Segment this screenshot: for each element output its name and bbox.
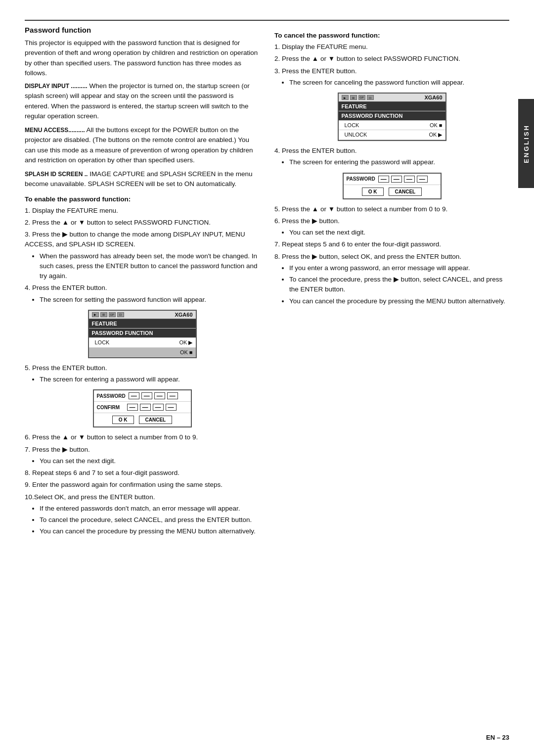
enable-step-7: 7. Press the ▶ button. You can set the n…: [25, 445, 260, 467]
enable-step-7-bullets: You can set the next digit.: [30, 456, 260, 466]
cancel-step-6-bullet-1: You can set the next digit.: [289, 228, 509, 237]
cancel-step-4: 4. Press the ENTER button. The screen fo…: [274, 146, 509, 168]
pwd-dash-c3: —: [153, 404, 164, 411]
pwd-buttons-1: O K CANCEL: [94, 413, 191, 426]
cancel-steps-list-1: 1. Display the FEATURE menu. 2. Press th…: [274, 42, 509, 88]
cancel-step-4-bullets: The screen for entering the password wil…: [279, 157, 509, 167]
enable-step-2: 2. Press the ▲ or ▼ button to select PAS…: [25, 218, 260, 228]
enable-steps-list-3: 6. Press the ▲ or ▼ button to select a n…: [25, 432, 260, 536]
enable-step-3-bullets: When the password has already been set, …: [30, 251, 260, 282]
enable-step-10: 10.Select OK, and press the ENTER button…: [25, 492, 260, 537]
page-footer: EN – 23: [486, 734, 509, 741]
content-columns: Password function This projector is equi…: [25, 26, 509, 540]
enable-step-1: 1. Display the FEATURE menu.: [25, 206, 260, 216]
side-tab-label: ENGLISH: [523, 124, 530, 163]
pwd-dash-2: —: [141, 392, 152, 399]
screen2-title: XGA60: [424, 94, 442, 100]
screen1-lock-label: LOCK: [95, 339, 110, 346]
screen2-unlock-ok: OK ▶: [429, 132, 443, 138]
screen1-icon-1: ▶: [92, 312, 99, 317]
cancel-step-3-bullet-1: The screen for canceling the password fu…: [289, 78, 509, 88]
page: ENGLISH Password function This projector…: [0, 0, 534, 756]
enable-step-10-bullets: If the entered passwords don't match, an…: [30, 504, 260, 537]
password-screen-2: PASSWORD — — — — O K CANCEL: [343, 173, 442, 199]
section-heading: Password function: [25, 26, 260, 34]
enable-steps-list-2: 5. Press the ENTER button. The screen fo…: [25, 363, 260, 385]
pwd-label-confirm: CONFIRM: [97, 405, 124, 410]
pwd-dash-c2: —: [140, 404, 151, 411]
cancel-steps-list-3: 5. Press the ▲ or ▼ button to select a n…: [274, 204, 509, 306]
screen1-icons: ▶ ⊞ GP ⊡: [92, 312, 124, 317]
screen2-unlock-label: UNLOCK: [345, 132, 367, 138]
cancel-step-8-bullet-3: You can cancel the procedure by pressing…: [289, 296, 509, 306]
screen2-lock-ok: OK ■: [430, 122, 443, 128]
pwd-cancel-button[interactable]: CANCEL: [139, 416, 173, 424]
mode-splash-id-title: SPLASH ID SCREEN ..: [25, 171, 88, 178]
cancel-step-4-bullet-1: The screen for entering the password wil…: [289, 157, 509, 167]
screen2-icon-4: ⊡: [367, 95, 374, 100]
enable-step-3: 3. Press the ▶ button to change the mode…: [25, 230, 260, 281]
mode-display-input-title: DISPLAY INPUT ..........: [25, 83, 88, 90]
screen2-row-lock: LOCK OK ■: [339, 121, 445, 130]
feature-screen-1: ▶ ⊞ GP ⊡ XGA60 FEATURE PASSWORD FUNCTION…: [88, 310, 197, 358]
left-column: Password function This projector is equi…: [25, 26, 260, 540]
cancel-step-8-bullet-2: To cancel the procedure, press the ▶ but…: [289, 275, 509, 295]
cancel-step-3-bullets: The screen for canceling the password fu…: [279, 78, 509, 88]
screen2-icon-3: GP: [358, 95, 365, 100]
cancel-step-8-bullets: If you enter a wrong password, an error …: [279, 263, 509, 306]
screen1-header: ▶ ⊞ GP ⊡ XGA60: [89, 311, 196, 319]
pwd2-row-password: PASSWORD — — — —: [344, 174, 441, 185]
feature-screen-2: ▶ ⊞ GP ⊡ XGA60 FEATURE PASSWORD FUNCTION…: [338, 93, 446, 141]
screen1-title: XGA60: [175, 312, 192, 318]
screen2-icon-1: ▶: [342, 95, 349, 100]
cancel-step-6: 6. Press the ▶ button. You can set the n…: [274, 216, 509, 238]
pwd2-ok-button[interactable]: O K: [362, 188, 384, 196]
pwd-row-password: PASSWORD — — — —: [94, 390, 191, 402]
enable-step-9: 9. Enter the password again for confirma…: [25, 480, 260, 490]
cancel-step-2: 2. Press the ▲ or ▼ button to select PAS…: [274, 54, 509, 64]
cancel-step-3: 3. Press the ENTER button. The screen fo…: [274, 66, 509, 88]
pwd2-dash-3: —: [404, 176, 415, 183]
mode-splash-id: SPLASH ID SCREEN .. IMAGE CAPTURE and SP…: [25, 169, 260, 189]
enable-step-4-bullet-1: The screen for setting the password func…: [40, 295, 260, 305]
screen1-ok-indicator: OK ■: [180, 349, 193, 355]
pwd-dash-c1: —: [127, 404, 138, 411]
enable-step-7-bullet-1: You can set the next digit.: [40, 456, 260, 466]
cancel-step-8-bullet-1: If you enter a wrong password, an error …: [289, 263, 509, 273]
cancel-step-5: 5. Press the ▲ or ▼ button to select a n…: [274, 204, 509, 214]
pwd-dashes-confirm: — — — —: [127, 404, 177, 411]
pwd-dash-c4: —: [166, 404, 177, 411]
pwd2-dashes-password: — — — —: [378, 176, 428, 183]
enable-step-10-bullet-1: If the entered passwords don't match, an…: [40, 504, 260, 514]
enable-step-4: 4. Press the ENTER button. The screen fo…: [25, 283, 260, 305]
cancel-step-1: 1. Display the FEATURE menu.: [274, 42, 509, 52]
pwd2-buttons: O K CANCEL: [344, 185, 441, 198]
screen2-row-feature: FEATURE: [339, 102, 445, 111]
pwd2-label-password: PASSWORD: [347, 176, 375, 182]
page-number: EN – 23: [486, 734, 509, 741]
screen1-row-feature: FEATURE: [89, 319, 196, 329]
pwd2-cancel-button[interactable]: CANCEL: [389, 188, 422, 196]
screen1-row-ok: OK ■: [89, 348, 196, 357]
pwd-dash-4: —: [167, 392, 178, 399]
cancel-step-8: 8. Press the ▶ button, select OK, and pr…: [274, 252, 509, 306]
screen1-icon-4: ⊡: [117, 312, 124, 317]
cancel-steps-list-2: 4. Press the ENTER button. The screen fo…: [274, 146, 509, 168]
pwd-ok-button[interactable]: O K: [112, 416, 134, 424]
screen2-lock-label: LOCK: [345, 122, 359, 128]
cancel-step-7: 7. Repeat steps 5 and 6 to enter the fou…: [274, 239, 509, 249]
enable-step-4-bullets: The screen for setting the password func…: [30, 295, 260, 305]
pwd-row-confirm: CONFIRM — — — —: [94, 402, 191, 413]
screen1-icon-3: GP: [109, 312, 116, 317]
screen2-row-pwdfunc: PASSWORD FUNCTION: [339, 111, 445, 121]
enable-step-6: 6. Press the ▲ or ▼ button to select a n…: [25, 432, 260, 442]
enable-step-3-bullet-1: When the password has already been set, …: [40, 251, 260, 282]
enable-step-8: 8. Repeat steps 6 and 7 to set a four-di…: [25, 468, 260, 478]
screen2-row-unlock: UNLOCK OK ▶: [339, 130, 445, 140]
pwd-label-password: PASSWORD: [97, 393, 126, 399]
pwd-dash-3: —: [154, 392, 165, 399]
enable-section-title: To enable the password function:: [25, 195, 260, 203]
pwd2-dash-2: —: [391, 176, 402, 183]
screen2-header: ▶ ⊞ GP ⊡ XGA60: [339, 94, 445, 102]
enable-step-5-bullet-1: The screen for entering a password will …: [40, 375, 260, 384]
